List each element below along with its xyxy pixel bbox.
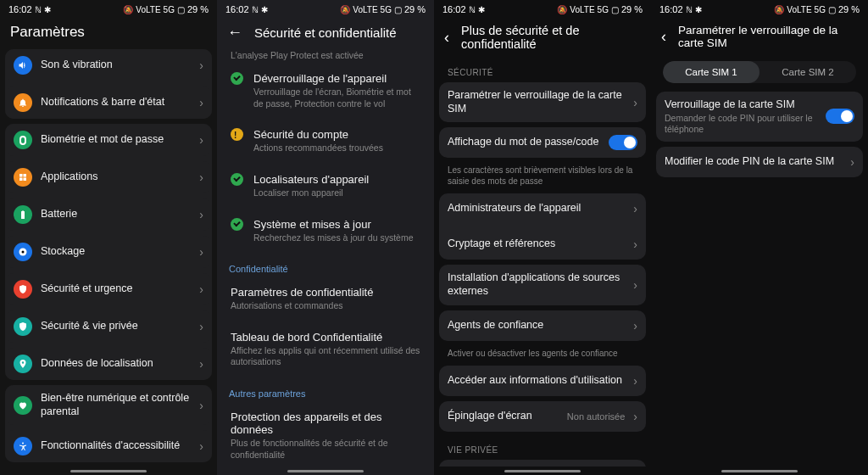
settings-item-sound[interactable]: Son & vibration› xyxy=(5,49,212,81)
network-icon: VoLTE xyxy=(570,5,594,14)
chevron-right-icon: › xyxy=(633,96,637,109)
security-check-2[interactable]: Localisateurs d'appareilLocaliser mon ap… xyxy=(220,166,431,206)
toggle-switch[interactable] xyxy=(609,135,637,150)
chevron-right-icon: › xyxy=(633,278,637,292)
settings-item-privacy[interactable]: Sécurité & vie privée› xyxy=(5,310,212,343)
battery-percent: 29 % xyxy=(187,4,209,14)
chevron-right-icon: › xyxy=(199,170,203,184)
toggle-switch[interactable] xyxy=(826,109,854,124)
signal-icon: 5G xyxy=(381,5,392,14)
bluetooth-icon: ✱ xyxy=(44,5,51,14)
bluetooth-icon: ✱ xyxy=(261,5,268,14)
location-icon xyxy=(14,355,32,373)
settings-item-accessibility[interactable]: Fonctionnalités d'accessibilité› xyxy=(5,430,212,462)
titlebar: ‹ Paramétrer le verrouillage de la carte… xyxy=(651,19,868,58)
emergency-icon xyxy=(14,280,32,299)
nav-bar[interactable] xyxy=(0,467,217,475)
security-row-1[interactable]: Cryptage et références› xyxy=(439,229,646,260)
security-check-0[interactable]: Déverrouillage de l'appareilVerrouillage… xyxy=(220,65,431,116)
status-warn-icon xyxy=(231,128,243,141)
settings-item-wellbeing[interactable]: Bien-être numérique et contrôle parental… xyxy=(5,385,212,425)
nav-bar[interactable] xyxy=(217,467,434,475)
nav-bar[interactable] xyxy=(651,467,868,475)
install-unknown[interactable]: Installation d'applications de sources e… xyxy=(439,265,646,305)
status-bar: 16:02ℕ✱ 🔕VoLTE5G▢29 % xyxy=(651,0,868,19)
status-ok-icon xyxy=(231,218,243,231)
status-ok-icon xyxy=(231,72,243,85)
chevron-right-icon: › xyxy=(633,319,637,332)
bluetooth-icon: ✱ xyxy=(695,5,702,14)
tab-sim-1[interactable]: Carte SIM 1 xyxy=(663,61,760,83)
privacy-row-0[interactable]: Android System Intelligence› xyxy=(439,460,646,467)
chevron-right-icon: › xyxy=(633,202,637,215)
battery-icon: ▢ xyxy=(177,5,185,14)
chevron-right-icon: › xyxy=(199,208,203,221)
page-title: Paramètres xyxy=(0,19,217,49)
svg-point-2 xyxy=(22,443,24,444)
page-title: Plus de sécurité et de confidentialité xyxy=(461,24,641,51)
titlebar: ← Sécurité et confidentialité xyxy=(217,19,434,50)
security-check-1[interactable]: Sécurité du compteActions recommandées t… xyxy=(220,121,431,161)
security-check-3[interactable]: Système et mises à jourRecherchez les mi… xyxy=(220,211,431,251)
nav-bar[interactable] xyxy=(434,467,651,475)
section-security: Sécurité xyxy=(439,59,646,82)
status-time: 16:02 xyxy=(8,4,32,14)
accessibility-icon xyxy=(14,437,32,455)
privacy-row-1[interactable]: Tableau de bord ConfidentialitéAffichez … xyxy=(220,324,431,375)
svg-point-1 xyxy=(22,251,25,254)
settings-item-apps[interactable]: Applications› xyxy=(5,161,212,193)
trust-agents[interactable]: Agents de confiance› xyxy=(439,310,646,341)
privacy-row-0[interactable]: Paramètres de confidentialitéAutorisatio… xyxy=(220,279,431,319)
page-title: Sécurité et confidentialité xyxy=(254,25,397,40)
battery-icon: ▢ xyxy=(828,5,836,14)
sim-lock-settings[interactable]: Paramétrer le verrouillage de la carte S… xyxy=(439,82,646,122)
play-protect-status: L'analyse Play Protect est activée xyxy=(220,50,431,65)
dnd-icon: 🔕 xyxy=(340,5,350,14)
section-privacy: Vie privée xyxy=(439,437,646,460)
section-other: Autres paramètres xyxy=(220,380,431,404)
settings-item-location[interactable]: Données de localisation› xyxy=(5,348,212,380)
nfc-icon: ℕ xyxy=(686,5,693,14)
status-ok-icon xyxy=(231,173,243,186)
trust-help: Activer ou désactiver les agents de conf… xyxy=(439,346,646,366)
tab-sim-2[interactable]: Carte SIM 2 xyxy=(760,61,856,83)
settings-item-battery[interactable]: Batterie› xyxy=(5,198,212,231)
dnd-icon: 🔕 xyxy=(123,5,133,14)
other-row-0[interactable]: Protection des appareils et des donnéesP… xyxy=(220,404,431,467)
usage-access[interactable]: Accéder aux informations d'utilisation› xyxy=(439,366,646,396)
chevron-right-icon: › xyxy=(199,96,203,109)
status-time: 16:02 xyxy=(225,4,249,14)
page-title: Paramétrer le verrouillage de la carte S… xyxy=(678,24,858,49)
signal-icon: 5G xyxy=(815,5,826,14)
settings-item-biometrics[interactable]: Biométrie et mot de passe› xyxy=(5,124,212,156)
network-icon: VoLTE xyxy=(787,5,811,14)
battery-icon: ▢ xyxy=(394,5,402,14)
screen-pinning[interactable]: Épinglage d'écranNon autorisée› xyxy=(439,401,646,432)
dnd-icon: 🔕 xyxy=(557,5,567,14)
battery-icon xyxy=(14,205,32,224)
status-bar: 16:02ℕ✱ 🔕VoLTE5G▢29 % xyxy=(217,0,434,19)
network-icon: VoLTE xyxy=(136,5,160,14)
chevron-right-icon: › xyxy=(633,374,637,388)
status-time: 16:02 xyxy=(659,4,683,14)
back-button[interactable]: ‹ xyxy=(661,28,666,46)
security-row-0[interactable]: Administrateurs de l'appareil› xyxy=(439,193,646,224)
back-button[interactable]: ‹ xyxy=(444,29,449,47)
settings-item-storage[interactable]: Stockage› xyxy=(5,236,212,268)
notifications-icon xyxy=(14,93,32,112)
chevron-right-icon: › xyxy=(199,59,203,72)
show-password-toggle[interactable]: Affichage du mot de passe/code xyxy=(439,127,646,158)
section-privacy: Confidentialité xyxy=(220,255,431,279)
change-sim-pin[interactable]: Modifier le code PIN de la carte SIM› xyxy=(656,147,863,177)
settings-item-notifications[interactable]: Notifications & barre d'état› xyxy=(5,87,212,119)
back-button[interactable]: ← xyxy=(227,24,242,42)
sim-lock-toggle[interactable]: Verrouillage de la carte SIMDemander le … xyxy=(656,92,863,142)
battery-percent: 29 % xyxy=(621,4,643,14)
sim-tabs: Carte SIM 1Carte SIM 2 xyxy=(663,61,856,83)
screen-pinning-value: Non autorisée xyxy=(567,411,626,422)
settings-item-emergency[interactable]: Sécurité et urgence› xyxy=(5,273,212,305)
chevron-right-icon: › xyxy=(633,238,637,251)
nfc-icon: ℕ xyxy=(469,5,476,14)
chevron-right-icon: › xyxy=(199,320,203,333)
status-bar: 16:02ℕ✱ 🔕VoLTE5G▢29 % xyxy=(0,0,217,19)
